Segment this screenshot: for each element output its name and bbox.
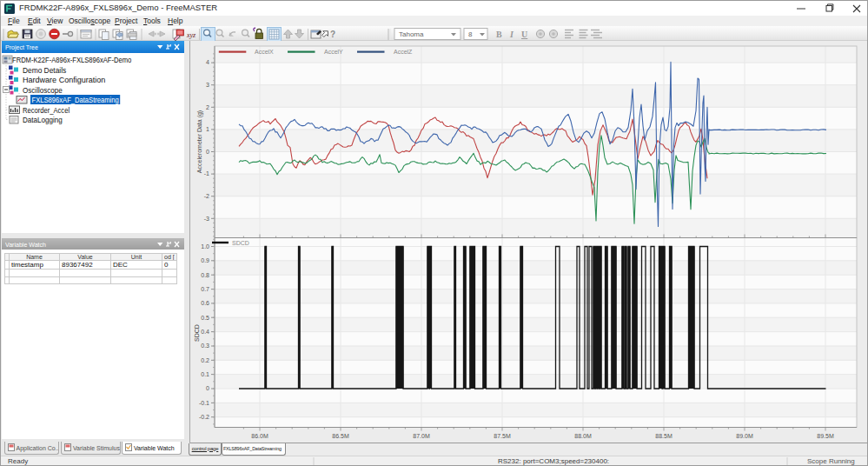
svg-text:89.0M: 89.0M: [736, 433, 753, 439]
svg-text:87.0M: 87.0M: [413, 433, 430, 439]
svg-text:I: I: [509, 30, 514, 39]
svg-text:-0.2: -0.2: [199, 414, 209, 420]
svg-text:3: 3: [206, 82, 209, 88]
svg-text:?: ?: [330, 30, 335, 39]
svg-text:AccelZ: AccelZ: [394, 49, 413, 55]
svg-text:0.8: 0.8: [201, 272, 209, 278]
svg-text:SDCD: SDCD: [232, 240, 249, 246]
svg-text:8: 8: [468, 30, 473, 38]
svg-text:1.0: 1.0: [201, 243, 209, 250]
svg-text:1: 1: [206, 126, 209, 132]
svg-text:4: 4: [206, 59, 209, 65]
svg-text:87.5M: 87.5M: [494, 433, 511, 439]
svg-text:88.0M: 88.0M: [574, 433, 592, 439]
svg-text:-3: -3: [204, 216, 209, 222]
svg-text:0: 0: [206, 149, 209, 155]
svg-text:timestamp: timestamp: [522, 441, 550, 443]
svg-text:0.4: 0.4: [201, 329, 209, 335]
svg-text:0.3: 0.3: [201, 343, 209, 349]
svg-text:0.1: 0.1: [201, 371, 209, 377]
svg-text:-2: -2: [204, 193, 209, 199]
svg-text:0.2: 0.2: [201, 357, 209, 363]
svg-text:U: U: [521, 30, 527, 39]
svg-text:Accelerometer Data (g): Accelerometer Data (g): [196, 110, 203, 173]
svg-text:-0.1: -0.1: [199, 400, 209, 406]
svg-text:0.6: 0.6: [201, 300, 209, 306]
svg-text:0: 0: [206, 385, 209, 391]
svg-text:2: 2: [206, 104, 209, 110]
svg-text:-1: -1: [204, 170, 209, 176]
svg-text:AccelY: AccelY: [324, 49, 343, 55]
svg-text:86.5M: 86.5M: [332, 433, 349, 439]
svg-text:88.5M: 88.5M: [655, 433, 673, 439]
svg-text:SDCD: SDCD: [194, 324, 200, 342]
svg-text:0.5: 0.5: [201, 315, 209, 321]
svg-text:AccelX: AccelX: [255, 49, 274, 55]
svg-text:89.5M: 89.5M: [817, 433, 834, 439]
svg-text:xyz: xyz: [186, 31, 196, 39]
svg-text:Tahoma: Tahoma: [399, 30, 424, 38]
svg-text:0.9: 0.9: [201, 257, 209, 263]
svg-text:0.7: 0.7: [201, 286, 209, 292]
svg-text:B: B: [496, 30, 502, 39]
svg-text:86.0M: 86.0M: [251, 433, 268, 439]
